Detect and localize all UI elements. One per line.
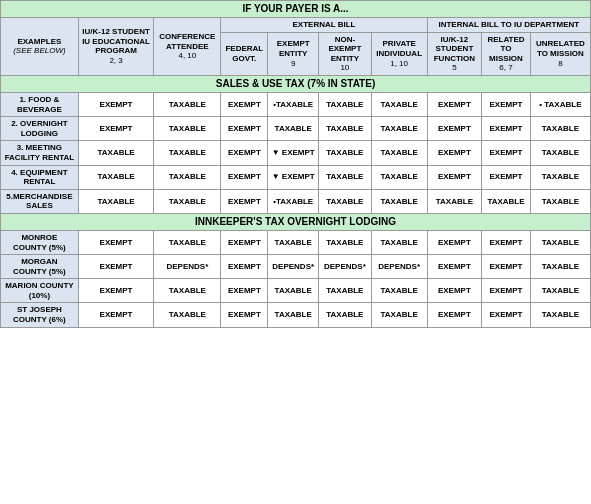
table-row: 1. FOOD & BEVERAGE EXEMPT TAXABLE EXEMPT… <box>1 92 591 116</box>
row-food-unrelated: • TAXABLE <box>530 92 590 116</box>
row-food-exempt: •TAXABLE <box>268 92 319 116</box>
row-food-conference: TAXABLE <box>154 92 221 116</box>
table-row: MONROE COUNTY (5%) EXEMPT TAXABLE EXEMPT… <box>1 230 591 254</box>
table-row: 3. MEETING FACILITY RENTAL TAXABLE TAXAB… <box>1 141 591 165</box>
page-title: IF YOUR PAYER IS A... <box>1 1 591 18</box>
main-table: IF YOUR PAYER IS A... EXAMPLES (SEE BELO… <box>0 0 591 328</box>
federal-header: FEDERAL GOVT. <box>221 32 268 75</box>
table-row: MARION COUNTY (10%) EXEMPT TAXABLE EXEMP… <box>1 279 591 303</box>
non-exempt-header: NON-EXEMPT ENTITY 10 <box>319 32 372 75</box>
table-row: 5.MERCHANDISE SALES TAXABLE TAXABLE EXEM… <box>1 189 591 213</box>
unrelated-mission-header: UNRELATED TO MISSION 8 <box>530 32 590 75</box>
internal-bill-header: INTERNAL BILL TO IU DEPARTMENT <box>427 18 590 33</box>
examples-header: EXAMPLES (SEE BELOW) <box>1 18 79 76</box>
conference-header: CONFERENCE ATTENDEE 4, 10 <box>154 18 221 76</box>
table-row: ST JOSEPH COUNTY (6%) EXEMPT TAXABLE EXE… <box>1 303 591 327</box>
row-food-related: EXEMPT <box>482 92 531 116</box>
row-equipment-label: 4. EQUIPMENT RENTAL <box>1 165 79 189</box>
monroe-county-label: MONROE COUNTY (5%) <box>1 230 79 254</box>
row-meeting-label: 3. MEETING FACILITY RENTAL <box>1 141 79 165</box>
marion-county-label: MARION COUNTY (10%) <box>1 279 79 303</box>
st-joseph-county-label: ST JOSEPH COUNTY (6%) <box>1 303 79 327</box>
row-food-beverage-label: 1. FOOD & BEVERAGE <box>1 92 79 116</box>
row-food-iu-student: EXEMPT <box>427 92 482 116</box>
sales-tax-section-header: SALES & USE TAX (7% IN STATE) <box>1 75 591 92</box>
row-food-non-exempt: TAXABLE <box>319 92 372 116</box>
row-food-private: TAXABLE <box>371 92 427 116</box>
row-food-iu-k12: EXEMPT <box>78 92 154 116</box>
innkeeper-section-header: INNKEEPER'S TAX OVERNIGHT LODGING <box>1 213 591 230</box>
row-food-federal: EXEMPT <box>221 92 268 116</box>
table-row: 2. OVERNIGHT LODGING EXEMPT TAXABLE EXEM… <box>1 117 591 141</box>
table-row: 4. EQUIPMENT RENTAL TAXABLE TAXABLE EXEM… <box>1 165 591 189</box>
related-mission-header: RELATED TO MISSION 6, 7 <box>482 32 531 75</box>
morgan-county-label: MORGAN COUNTY (5%) <box>1 255 79 279</box>
exempt-entity-header: EXEMPT ENTITY 9 <box>268 32 319 75</box>
private-individual-header: PRIVATE INDIVIDUAL 1, 10 <box>371 32 427 75</box>
iu-student-function-header: IU/K-12 STUDENT FUNCTION 5 <box>427 32 482 75</box>
row-lodging-label: 2. OVERNIGHT LODGING <box>1 117 79 141</box>
table-row: MORGAN COUNTY (5%) EXEMPT DEPENDS* EXEMP… <box>1 255 591 279</box>
external-bill-header: EXTERNAL BILL <box>221 18 427 33</box>
iu-k12-header: IU/K-12 STUDENT IU EDUCATIONAL PROGRAM 2… <box>78 18 154 76</box>
row-merchandise-label: 5.MERCHANDISE SALES <box>1 189 79 213</box>
